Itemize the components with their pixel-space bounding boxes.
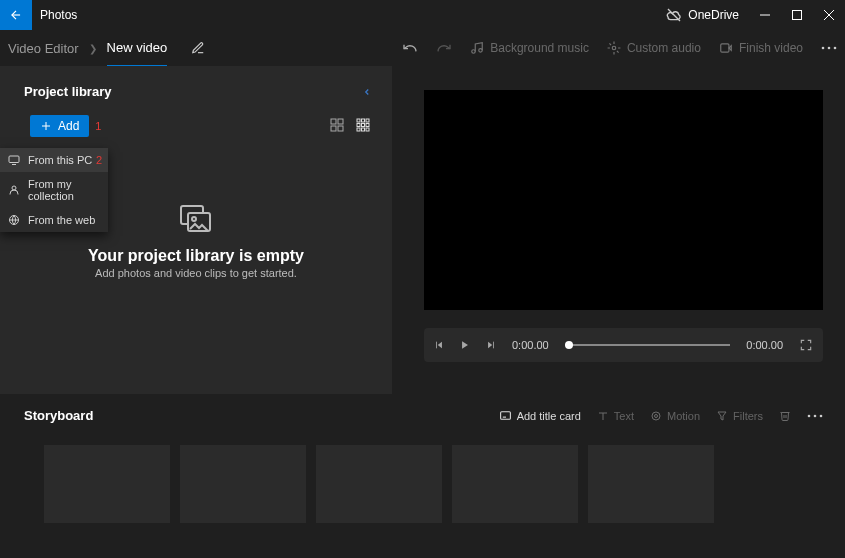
plus-icon [40, 120, 52, 132]
filter-icon [716, 410, 728, 422]
next-frame-button[interactable] [486, 340, 496, 350]
dropdown-from-collection[interactable]: From my collection [0, 172, 108, 208]
svg-point-41 [655, 414, 658, 417]
svg-rect-17 [338, 126, 343, 131]
storyboard-slot[interactable] [588, 445, 714, 523]
text-icon [597, 410, 609, 422]
music-icon [470, 41, 484, 55]
motion-icon [650, 410, 662, 422]
storyboard-more-button[interactable] [807, 414, 823, 418]
svg-point-10 [828, 47, 831, 50]
svg-point-7 [612, 46, 616, 50]
arrow-left-icon [9, 8, 23, 22]
next-icon [486, 340, 496, 350]
filters-button[interactable]: Filters [716, 410, 763, 422]
minimize-button[interactable] [749, 0, 781, 30]
svg-rect-16 [331, 126, 336, 131]
storyboard-title: Storyboard [24, 408, 93, 423]
audio-icon [607, 41, 621, 55]
add-title-card-button[interactable]: Add title card [499, 409, 581, 422]
breadcrumb: Video Editor ❯ New video [8, 30, 205, 67]
svg-point-9 [822, 47, 825, 50]
prev-icon [434, 340, 444, 350]
svg-rect-21 [357, 123, 360, 126]
chevron-right-icon: ❯ [89, 43, 97, 54]
video-preview[interactable] [424, 90, 823, 310]
more-icon [807, 414, 823, 418]
empty-subtitle: Add photos and video clips to get starte… [0, 267, 392, 279]
prev-frame-button[interactable] [434, 340, 444, 350]
onedrive-label: OneDrive [688, 8, 739, 22]
play-icon [460, 339, 470, 351]
breadcrumb-root[interactable]: Video Editor [8, 41, 79, 56]
svg-rect-2 [793, 11, 802, 20]
undo-button[interactable] [402, 40, 418, 56]
motion-button[interactable]: Motion [650, 410, 700, 422]
grid-large-button[interactable] [330, 118, 344, 135]
storyboard-slot[interactable] [452, 445, 578, 523]
edit-name-button[interactable] [191, 41, 205, 55]
redo-button[interactable] [436, 40, 452, 56]
svg-rect-20 [366, 119, 369, 122]
empty-title: Your project library is empty [0, 247, 392, 265]
storyboard-strip[interactable] [24, 445, 823, 523]
close-button[interactable] [813, 0, 845, 30]
svg-rect-8 [721, 44, 729, 52]
storyboard-slot[interactable] [44, 445, 170, 523]
svg-marker-36 [462, 341, 468, 349]
trash-icon [779, 409, 791, 422]
collapse-library-button[interactable] [362, 86, 372, 98]
svg-marker-37 [488, 342, 492, 349]
play-button[interactable] [460, 339, 470, 351]
custom-audio-button[interactable]: Custom audio [607, 41, 701, 55]
cloud-off-icon [666, 7, 682, 23]
library-title: Project library [24, 84, 111, 99]
storyboard-slot[interactable] [316, 445, 442, 523]
delete-button[interactable] [779, 409, 791, 422]
playback-controls: 0:00.00 0:00.00 [424, 328, 823, 362]
export-icon [719, 41, 733, 55]
svg-rect-19 [362, 119, 365, 122]
add-button[interactable]: Add [30, 115, 89, 137]
maximize-button[interactable] [781, 0, 813, 30]
time-current: 0:00.00 [512, 339, 549, 351]
storyboard-slot[interactable] [180, 445, 306, 523]
more-button[interactable] [821, 46, 837, 50]
background-music-button[interactable]: Background music [470, 41, 589, 55]
fullscreen-icon [799, 338, 813, 352]
seek-bar[interactable] [565, 344, 731, 346]
photos-empty-icon [180, 205, 212, 233]
svg-rect-18 [357, 119, 360, 122]
svg-rect-22 [362, 123, 365, 126]
svg-point-32 [12, 186, 16, 190]
web-icon [8, 214, 20, 226]
annotation-2: 2 [96, 154, 102, 166]
text-button[interactable]: Text [597, 410, 634, 422]
more-icon [821, 46, 837, 50]
svg-rect-23 [366, 123, 369, 126]
collection-icon [8, 184, 20, 196]
time-total: 0:00.00 [746, 339, 783, 351]
breadcrumb-active[interactable]: New video [107, 40, 168, 67]
onedrive-status[interactable]: OneDrive [656, 7, 749, 23]
add-label: Add [58, 119, 79, 133]
chevron-left-icon [362, 86, 372, 98]
dropdown-from-this-pc[interactable]: From this PC 2 [0, 148, 108, 172]
undo-icon [402, 40, 418, 56]
finish-video-button[interactable]: Finish video [719, 41, 803, 55]
add-dropdown: From this PC 2 From my collection From t… [0, 148, 108, 232]
annotation-1: 1 [95, 120, 101, 132]
close-icon [824, 10, 834, 20]
dropdown-from-web[interactable]: From the web [0, 208, 108, 232]
redo-icon [436, 40, 452, 56]
fullscreen-button[interactable] [799, 338, 813, 352]
back-button[interactable] [0, 0, 32, 30]
svg-point-44 [808, 414, 811, 417]
svg-point-45 [814, 414, 817, 417]
svg-rect-25 [362, 128, 365, 131]
svg-rect-15 [338, 119, 343, 124]
svg-point-42 [652, 412, 660, 420]
grid-small-button[interactable] [356, 118, 370, 135]
svg-marker-34 [438, 342, 442, 349]
maximize-icon [792, 10, 802, 20]
